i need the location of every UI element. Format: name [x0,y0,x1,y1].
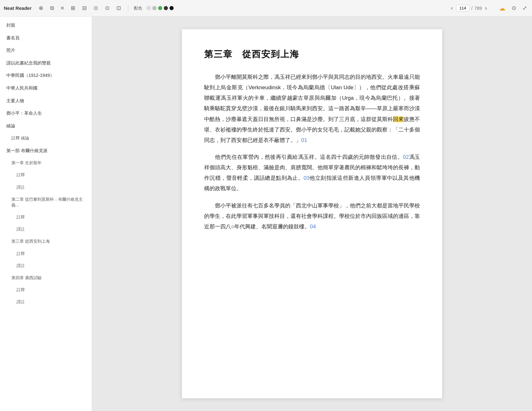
prev-page-button[interactable]: ‹ [450,3,454,13]
sidebar-item-ch3-notes[interactable]: 註釋 [0,248,92,260]
paragraph-1: 鄧小平離開莫斯科之際，馮玉祥已經來到鄧小平與其同志的目的地西安。火車最遠只能駛到… [204,72,420,145]
bookmark-icon[interactable]: ⊕ [37,3,44,13]
chapter-title: 第三章 從西安到上海 [204,48,420,60]
sidebar-item-ch2-notes[interactable]: 註釋 [0,211,92,223]
next-page-button[interactable]: › [484,3,488,13]
divider-1 [128,5,128,11]
app-title: Neat Reader [4,5,32,11]
sidebar-item-cover[interactable]: 封面 [0,19,92,32]
total-pages: 789 [475,6,482,11]
sidebar-item-ch2[interactable]: 第二章 從巴黎到莫斯科：布爾什維克主義... [0,193,92,211]
sidebar-item-part1[interactable]: 第一部 布爾什維克派 [0,145,92,157]
color-dot-5[interactable] [170,6,174,10]
sidebar-item-ch1-notes[interactable]: 註釋 [0,169,92,181]
color-dot-1[interactable] [147,6,151,10]
footnote-02[interactable]: 02 [403,154,409,160]
sidebar-item-intro-notes[interactable]: 註釋 緒論 [0,132,92,144]
color-label: 配色 [134,5,142,11]
sidebar-item-intro[interactable]: 緒論 [0,120,92,132]
toolbar: Neat Reader ⊕ ⧉ ≡ ⊞ ⊟ ⊙ ⊙ ⊡ 配色 ‹ / 789 ›… [0,0,532,17]
sidebar-item-ch2-trans[interactable]: 譯註 [0,223,92,235]
content-area: 第三章 從西安到上海 鄧小平離開莫斯科之際，馮玉祥已經來到鄧小平與其同志的目的地… [92,17,532,411]
sidebar-item-ch4-trans[interactable]: 譯註 [0,296,92,308]
fullscreen-icon[interactable]: ⤢ [521,3,528,13]
footnote-03[interactable]: 03 [303,175,309,181]
paragraph-3: 鄧小平被派往有七百多名學員的「西北中山軍事學校」，他們之前大都是當地平民學校的學… [204,200,420,232]
sidebar-item-deng-bio[interactable]: 鄧小平：革命人生 [0,107,92,120]
sidebar-item-photos[interactable]: 照片 [0,44,92,57]
menu-icon[interactable]: ≡ [60,4,65,13]
sidebar-item-characters[interactable]: 主要人物 [0,95,92,107]
sidebar-item-ch1[interactable]: 第一章 生於龍年 [0,157,92,169]
sidebar-item-ch3-trans[interactable]: 譯註 [0,260,92,272]
page: 第三章 從西安到上海 鄧小平離開莫斯科之際，馮玉祥已經來到鄧小平與其同志的目的地… [182,29,442,398]
sidebar-item-dedication[interactable]: 謹以此書紀念我的雙親 [0,57,92,70]
highlighted-text: 回來 [393,116,404,122]
sidebar-item-ch3[interactable]: 第三章 從西安到上海 [0,235,92,247]
paragraph-2: 他們先住在軍營內，然後再引薦給馮玉祥。這名四十四歲的元帥散發出自信。02馮玉祥個… [204,152,420,194]
footnote-04[interactable]: 04 [310,224,316,230]
sidebar-item-republic[interactable]: 中華民國（1912-1949） [0,69,92,82]
footnote-01[interactable]: 01 [301,137,307,143]
color-dot-3[interactable] [158,6,162,10]
export-icon[interactable]: ⊡ [115,3,122,13]
page-navigation: ‹ / 789 › [450,3,488,13]
search-icon-1[interactable]: ⊙ [92,3,99,13]
sidebar-item-prc[interactable]: 中華人民共和國 [0,82,92,95]
cloud-icon[interactable]: ☁ [498,3,507,13]
sidebar-item-title-page[interactable]: 書名頁 [0,32,92,44]
toolbar-right: ☁ ⊙ ⤢ [498,3,528,13]
search-icon-2[interactable]: ⊙ [104,3,111,13]
sidebar-item-ch4-notes[interactable]: 註釋 [0,284,92,296]
page-number-input[interactable] [456,5,469,11]
main-area: 封面 書名頁 照片 謹以此書紀念我的雙親 中華民國（1912-1949） 中華人… [0,17,532,411]
sidebar-item-ch4[interactable]: 第四章 廣西試驗 [0,272,92,284]
grid-icon[interactable]: ⊞ [70,3,76,13]
color-dot-4[interactable] [164,6,168,10]
color-palette [147,6,174,10]
color-dot-2[interactable] [152,6,156,10]
search-icon-3[interactable]: ⊙ [510,3,517,13]
sidebar: 封面 書名頁 照片 謹以此書紀念我的雙親 中華民國（1912-1949） 中華人… [0,17,92,411]
sidebar-item-ch1-trans[interactable]: 譯註 [0,181,92,193]
copy-icon[interactable]: ⧉ [49,4,55,13]
page-separator: / [471,6,473,11]
list-icon[interactable]: ⊟ [81,3,88,13]
